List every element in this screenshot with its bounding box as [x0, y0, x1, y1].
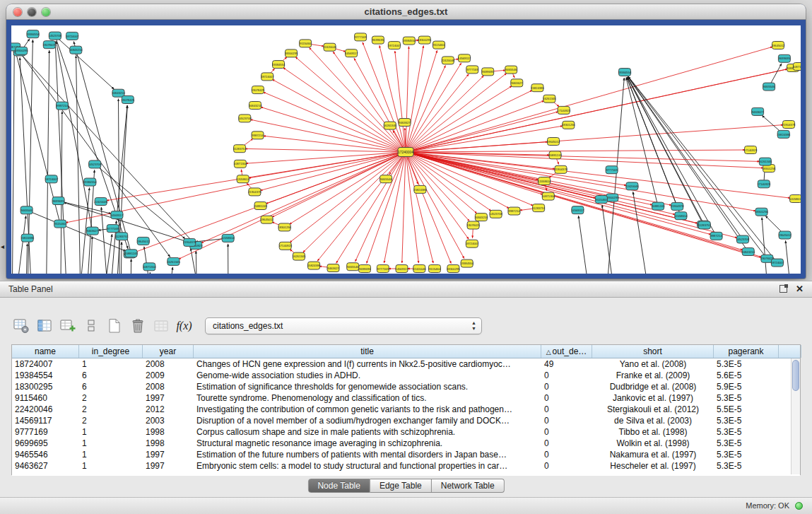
cell[interactable]: Wolkin et al. (1998) — [592, 438, 714, 449]
cell[interactable]: 5.3E-5 — [714, 460, 779, 472]
cell[interactable]: Corpus callosum shape and size in male p… — [194, 426, 541, 438]
cell[interactable]: 9465546 — [12, 449, 79, 460]
graph-edge[interactable] — [786, 240, 792, 274]
minimize-window-button[interactable] — [28, 8, 36, 16]
graph-node[interactable]: 16843210 — [475, 214, 488, 221]
graph-node[interactable]: 19645012 — [778, 231, 792, 239]
cell[interactable]: 1997 — [143, 449, 194, 460]
cell[interactable]: 5.3E-5 — [714, 426, 779, 438]
graph-node[interactable]: 22420046 — [441, 57, 454, 64]
graph-node[interactable]: 18724007 — [261, 73, 274, 81]
cell[interactable]: 2 — [79, 415, 143, 426]
graph-node[interactable]: 14523708 — [238, 115, 252, 122]
cell[interactable]: 5.3E-5 — [714, 358, 779, 370]
graph-node[interactable]: 18724007 — [45, 175, 58, 183]
graph-node[interactable]: 9465546 — [380, 175, 392, 183]
cell[interactable]: 2 — [79, 404, 143, 415]
graph-node[interactable]: 19645012 — [136, 237, 150, 245]
cell[interactable]: 2 — [79, 392, 143, 404]
graph-node[interactable]: 16261345 — [543, 95, 556, 103]
cell[interactable]: Yano et al. (2008) — [592, 358, 714, 370]
graph-edge[interactable] — [628, 77, 717, 236]
graph-node[interactable]: 18301256 — [562, 121, 575, 129]
cell[interactable]: 49 — [541, 358, 592, 370]
graph-node[interactable]: 9465546 — [763, 83, 775, 90]
close-window-button[interactable] — [13, 8, 22, 16]
graph-node[interactable]: 21904378 — [183, 238, 196, 246]
cell[interactable]: Structural magnetic resonance image aver… — [194, 438, 541, 449]
cell[interactable]: 0 — [541, 370, 592, 381]
graph-node[interactable]: 16261345 — [293, 252, 306, 260]
graph-edge[interactable] — [12, 52, 14, 274]
cell[interactable]: 1 — [79, 358, 143, 370]
cell[interactable]: Investigating the contribution of common… — [194, 404, 541, 415]
table-mode-button[interactable] — [11, 317, 30, 336]
cell[interactable]: Jankovic et al. (1997) — [592, 392, 714, 404]
graph-node[interactable]: 17140923 — [557, 106, 570, 114]
graph-node[interactable]: 9987214 — [57, 102, 69, 110]
graph-edge[interactable] — [406, 112, 558, 152]
table-row[interactable]: 1830029562008Estimation of significance … — [12, 381, 800, 392]
graph-node[interactable]: 18300295 — [418, 36, 431, 44]
cell[interactable]: 0 — [541, 381, 592, 392]
table-row[interactable]: 2242004622012Investigating the contribut… — [12, 404, 800, 415]
graph-edge[interactable] — [289, 152, 406, 224]
tab-network-table[interactable]: Network Table — [432, 479, 505, 493]
table-row[interactable]: 1938455462009Genome-wide association stu… — [12, 370, 800, 381]
cell[interactable]: 5.9E-5 — [714, 381, 779, 392]
cell[interactable]: 14569117 — [12, 415, 79, 426]
table-row[interactable]: 911546021997Tourette syndrome. Phenomeno… — [12, 392, 800, 404]
graph-node[interactable]: 16261345 — [383, 122, 396, 129]
column-header-in_degree[interactable]: in_degree — [79, 345, 143, 358]
graph-node[interactable]: 9463627 — [752, 107, 764, 115]
column-header-short[interactable]: short — [592, 345, 714, 358]
tab-node-table[interactable]: Node Table — [307, 479, 370, 493]
import-table-button[interactable] — [151, 317, 170, 336]
graph-node[interactable]: 14569117 — [345, 49, 358, 57]
column-header-out_de[interactable]: △out_de… — [541, 345, 592, 358]
graph-node[interactable]: 18724007 — [466, 240, 479, 247]
graph-node[interactable]: 19645012 — [260, 216, 273, 223]
graph-edge[interactable] — [379, 45, 406, 152]
cell[interactable]: 5.3E-5 — [714, 438, 779, 449]
graph-node[interactable]: 9463627 — [86, 227, 98, 235]
graph-node[interactable]: 19645012 — [547, 138, 560, 146]
graph-node[interactable]: 9463627 — [399, 119, 411, 127]
cell[interactable]: 2008 — [143, 358, 194, 370]
graph-node[interactable]: 19384554 — [83, 178, 97, 186]
graph-node[interactable]: 12058614 — [221, 234, 235, 242]
graph-edge[interactable] — [303, 152, 406, 252]
graph-node[interactable]: 21904378 — [248, 188, 261, 196]
graph-edge[interactable] — [602, 205, 618, 274]
table-row[interactable]: 1872400712008Changes of HCN gene express… — [12, 358, 800, 370]
cell[interactable]: 5.3E-5 — [714, 392, 779, 404]
cell[interactable]: 0 — [541, 460, 592, 472]
cell[interactable]: 2008 — [143, 381, 194, 392]
graph-edge[interactable] — [762, 218, 768, 274]
close-panel-icon[interactable]: ✕ — [796, 284, 804, 293]
cell[interactable]: 9699695 — [12, 438, 79, 449]
graph-edge[interactable] — [628, 76, 777, 262]
graph-node[interactable]: 19078425 — [252, 86, 265, 94]
graph-edge[interactable] — [406, 152, 451, 264]
graph-node[interactable]: 9987214 — [710, 232, 722, 240]
cell[interactable]: 1 — [79, 438, 143, 449]
cell[interactable]: Estimation of the future numbers of pati… — [194, 449, 541, 460]
cell[interactable]: Nakamura et al. (1997) — [592, 449, 714, 460]
cell[interactable]: 0 — [541, 415, 592, 426]
graph-node[interactable]: 9777169 — [606, 166, 618, 174]
graph-node[interactable]: 14523708 — [489, 210, 502, 218]
graph-node[interactable]: 9699695 — [359, 265, 371, 273]
column-header-filler[interactable] — [779, 345, 801, 358]
graph-hub-node[interactable]: 17240004 — [398, 148, 413, 157]
graph-node[interactable]: 20881243 — [548, 151, 562, 159]
cell[interactable]: 2012 — [143, 404, 194, 415]
cell[interactable]: 1997 — [143, 460, 194, 472]
graph-edge[interactable] — [290, 152, 406, 243]
graph-node[interactable]: 11283751 — [115, 233, 129, 240]
panel-collapse-arrow[interactable]: ◂ — [1, 243, 4, 250]
graph-node[interactable]: 9777169 — [466, 66, 478, 74]
graph-edge[interactable] — [406, 86, 512, 153]
graph-node[interactable]: 19384554 — [26, 30, 40, 38]
cell[interactable]: Hescheler et al. (1997) — [592, 460, 714, 472]
